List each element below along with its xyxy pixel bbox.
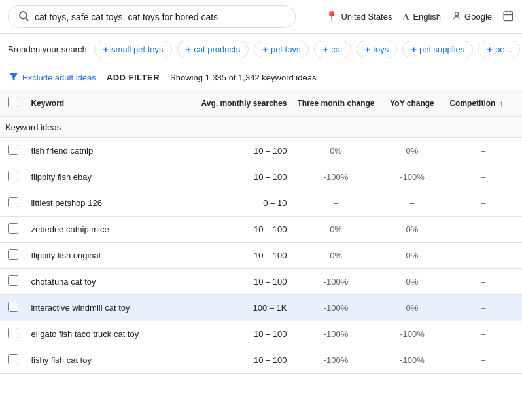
keywords-table: Keyword Avg. monthly searches Three mont…: [0, 90, 522, 374]
exclude-adult-label: Exclude adult ideas: [22, 73, 96, 82]
competition-header[interactable]: Competition ↑: [444, 90, 522, 116]
plus-icon-4: +: [365, 44, 371, 55]
calendar-icon: [502, 10, 514, 24]
competition-cell: –: [444, 347, 522, 374]
monthly-header[interactable]: Avg. monthly searches: [188, 90, 292, 116]
exclude-adult-btn[interactable]: Exclude adult ideas: [8, 71, 96, 84]
table-row: zebedee catnip mice10 – 1000%0%–: [0, 217, 522, 243]
competition-cell: –: [444, 321, 522, 347]
chip-label-6: pe...: [495, 44, 512, 54]
broaden-chip-2[interactable]: + pet toys: [254, 41, 309, 58]
competition-cell: –: [444, 217, 522, 243]
competition-cell: –: [444, 243, 522, 269]
competition-cell: –: [444, 295, 522, 321]
row-checkbox[interactable]: [8, 223, 18, 234]
row-checkbox[interactable]: [8, 249, 18, 260]
broaden-chip-3[interactable]: + cat: [314, 41, 351, 58]
table-header-row: Keyword Avg. monthly searches Three mont…: [0, 90, 522, 116]
monthly-cell: 10 – 100: [188, 347, 292, 374]
three-month-cell: -100%: [292, 164, 380, 190]
monthly-cell: 100 – 1K: [188, 295, 292, 321]
three-month-cell: –: [292, 190, 380, 217]
header-right: 📍 United States 𝐀 English Google: [325, 10, 514, 24]
broaden-chip-4[interactable]: + toys: [357, 41, 398, 58]
monthly-cell: 10 – 100: [188, 243, 292, 269]
yoy-cell: -100%: [380, 321, 445, 347]
table-row: fish friend catnip10 – 1000%0%–: [0, 138, 522, 164]
chip-label-0: small pet toys: [111, 44, 163, 54]
search-icon: [18, 10, 29, 24]
keyword-cell: littlest petshop 126: [26, 190, 188, 217]
chip-label-3: cat: [331, 44, 342, 54]
add-filter-btn[interactable]: ADD FILTER: [107, 73, 160, 82]
keyword-cell: fishy fish cat toy: [26, 347, 188, 374]
search-box[interactable]: cat toys, safe cat toys, cat toys for bo…: [8, 5, 296, 28]
row-checkbox[interactable]: [8, 302, 18, 312]
keyword-ideas-label: Keyword ideas: [0, 116, 522, 138]
plus-icon-3: +: [322, 44, 328, 55]
keyword-ideas-section-row: Keyword ideas: [0, 116, 522, 138]
broaden-chip-5[interactable]: + pet supplies: [402, 41, 473, 58]
monthly-cell: 10 – 100: [188, 164, 292, 190]
language-icon: 𝐀: [402, 11, 410, 23]
table-row: fishy fish cat toy10 – 100-100%-100%–: [0, 347, 522, 374]
plus-icon-6: +: [487, 44, 493, 55]
three-month-cell: 0%: [292, 138, 380, 164]
yoy-cell: 0%: [380, 243, 445, 269]
search-input-text: cat toys, safe cat toys, cat toys for bo…: [35, 12, 286, 22]
yoy-cell: 0%: [380, 295, 445, 321]
row-checkbox[interactable]: [8, 197, 18, 207]
competition-cell: –: [444, 164, 522, 190]
row-checkbox[interactable]: [8, 275, 18, 286]
select-all-checkbox[interactable]: [8, 97, 18, 107]
row-checkbox[interactable]: [8, 328, 18, 338]
keyword-cell: chotatuna cat toy: [26, 269, 188, 295]
plus-icon-5: +: [411, 44, 417, 55]
table-row: flippity fish original10 – 1000%0%–: [0, 243, 522, 269]
select-all-header[interactable]: [0, 90, 26, 116]
row-checkbox[interactable]: [8, 145, 18, 155]
chip-label-1: cat products: [194, 44, 240, 54]
language-label: English: [413, 12, 441, 22]
competition-cell: –: [444, 138, 522, 164]
location-item[interactable]: 📍 United States: [325, 10, 392, 23]
chip-label-5: pet supplies: [419, 44, 464, 54]
keyword-cell: el gato fish taco truck cat toy: [26, 321, 188, 347]
yoy-cell: –: [380, 190, 445, 217]
three-month-cell: -100%: [292, 347, 380, 374]
platform-icon: [451, 10, 462, 24]
yoy-header[interactable]: YoY change: [380, 90, 445, 116]
yoy-cell: 0%: [380, 217, 445, 243]
broaden-chip-1[interactable]: + cat products: [177, 41, 249, 58]
monthly-cell: 10 – 100: [188, 321, 292, 347]
plus-icon-1: +: [186, 44, 192, 55]
language-item[interactable]: 𝐀 English: [402, 11, 441, 23]
header: cat toys, safe cat toys, cat toys for bo…: [0, 0, 522, 34]
broaden-chip-0[interactable]: + small pet toys: [94, 41, 171, 58]
keyword-cell: flippity fish ebay: [26, 164, 188, 190]
table-row: flippity fish ebay10 – 100-100%-100%–: [0, 164, 522, 190]
broaden-bar: Broaden your search: + small pet toys + …: [0, 34, 522, 65]
monthly-cell: 0 – 10: [188, 190, 292, 217]
three-month-cell: 0%: [292, 243, 380, 269]
yoy-cell: 0%: [380, 138, 445, 164]
table-row: el gato fish taco truck cat toy10 – 100-…: [0, 321, 522, 347]
calendar-item[interactable]: [502, 10, 514, 24]
three-month-cell: -100%: [292, 269, 380, 295]
competition-cell: –: [444, 190, 522, 217]
sort-arrow-icon: ↑: [499, 99, 503, 107]
row-checkbox[interactable]: [8, 171, 18, 181]
row-checkbox[interactable]: [8, 354, 18, 364]
platform-item[interactable]: Google: [451, 10, 492, 24]
filter-bar: Exclude adult ideas ADD FILTER Showing 1…: [0, 65, 522, 90]
keyword-header[interactable]: Keyword: [26, 90, 188, 116]
funnel-icon: [8, 71, 20, 84]
monthly-cell: 10 – 100: [188, 138, 292, 164]
yoy-cell: -100%: [380, 347, 445, 374]
three-month-cell: -100%: [292, 295, 380, 321]
location-label: United States: [341, 12, 392, 22]
broaden-label: Broaden your search:: [8, 44, 89, 54]
broaden-chip-6[interactable]: + pe...: [478, 41, 520, 58]
platform-label: Google: [464, 12, 492, 22]
three-month-header[interactable]: Three month change: [292, 90, 380, 116]
